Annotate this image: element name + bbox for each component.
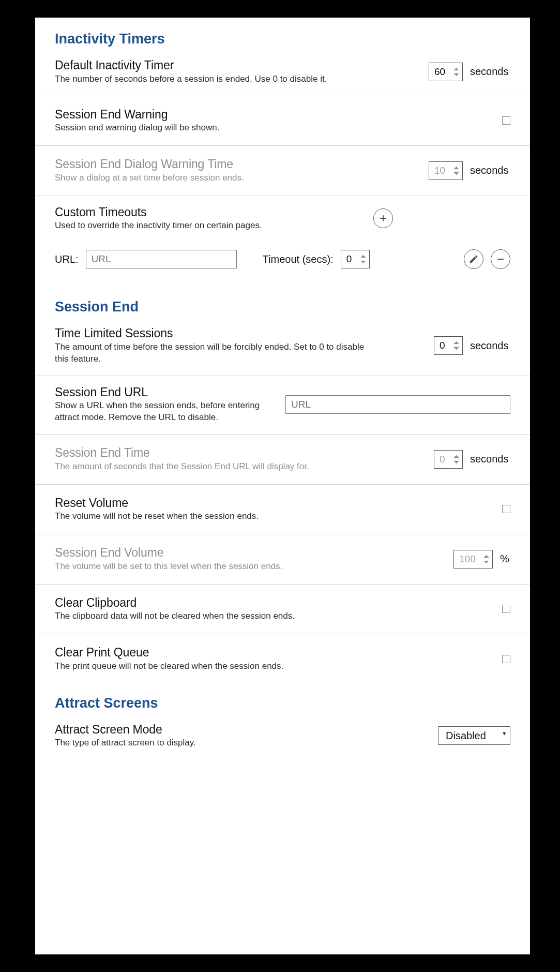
select-attract-screen-mode[interactable]: Disabled bbox=[438, 726, 510, 745]
row-dialog-warning-time: Session End Dialog Warning Time Show a d… bbox=[35, 146, 530, 196]
desc-dialog-warning-time: Show a dialog at a set time before sessi… bbox=[55, 172, 365, 184]
desc-clear-print-queue: The print queue will not be cleared when… bbox=[55, 661, 386, 672]
edit-custom-timeout-button[interactable] bbox=[464, 249, 483, 269]
desc-session-end-time: The amount of seconds that the Session E… bbox=[55, 461, 386, 473]
unit-seconds: seconds bbox=[470, 340, 510, 352]
row-session-end-url: Session End URL Show a URL when the sess… bbox=[35, 376, 530, 435]
add-custom-timeout-button[interactable]: + bbox=[373, 208, 393, 228]
settings-panel: Inactivity Timers Default Inactivity Tim… bbox=[35, 18, 530, 954]
input-custom-url[interactable] bbox=[86, 250, 237, 268]
input-session-end-volume bbox=[453, 550, 493, 569]
pencil-icon bbox=[468, 254, 479, 264]
unit-percent: % bbox=[500, 553, 510, 565]
label-custom-timeouts: Custom Timeouts bbox=[55, 205, 365, 220]
desc-default-inactivity-timer: The number of seconds before a session i… bbox=[55, 73, 365, 85]
input-dialog-warning-time bbox=[429, 161, 463, 180]
row-clear-clipboard: Clear Clipboard The clipboard data will … bbox=[35, 585, 530, 635]
input-time-limited-sessions[interactable] bbox=[434, 336, 463, 355]
label-session-end-url: Session End URL bbox=[55, 385, 277, 400]
desc-reset-volume: The volume will not be reset when the se… bbox=[55, 511, 365, 522]
row-default-inactivity-timer: Default Inactivity Timer The number of s… bbox=[35, 49, 530, 96]
desc-session-end-volume: The volume will be set to this level whe… bbox=[55, 561, 386, 573]
label-attract-screen-mode: Attract Screen Mode bbox=[55, 723, 365, 737]
select-value: Disabled bbox=[446, 730, 486, 742]
label-default-inactivity-timer: Default Inactivity Timer bbox=[55, 58, 365, 73]
label-url: URL: bbox=[55, 253, 79, 265]
row-session-end-warning: Session End Warning Session end warning … bbox=[35, 96, 530, 146]
section-title-attract-screens: Attract Screens bbox=[35, 684, 530, 713]
desc-session-end-warning: Session end warning dialog will be shown… bbox=[55, 122, 365, 134]
section-title-inactivity: Inactivity Timers bbox=[35, 31, 530, 49]
label-clear-clipboard: Clear Clipboard bbox=[55, 596, 386, 610]
minus-icon: − bbox=[497, 253, 504, 265]
label-session-end-time: Session End Time bbox=[55, 446, 386, 460]
checkbox-session-end-warning[interactable] bbox=[502, 116, 510, 125]
checkbox-reset-volume[interactable] bbox=[502, 505, 510, 513]
desc-session-end-url: Show a URL when the session ends, before… bbox=[55, 400, 277, 424]
input-session-end-url[interactable] bbox=[285, 395, 510, 414]
input-custom-timeout[interactable] bbox=[341, 250, 370, 268]
row-attract-screen-mode: Attract Screen Mode The type of attract … bbox=[35, 713, 530, 754]
plus-icon: + bbox=[380, 212, 387, 225]
section-title-session-end: Session End bbox=[35, 288, 530, 317]
row-time-limited-sessions: Time Limited Sessions The amount of time… bbox=[35, 317, 530, 376]
label-session-end-volume: Session End Volume bbox=[55, 546, 386, 560]
input-default-inactivity-timer[interactable] bbox=[429, 63, 463, 81]
label-session-end-warning: Session End Warning bbox=[55, 108, 365, 122]
desc-custom-timeouts: Used to override the inactivity timer on… bbox=[55, 220, 365, 232]
desc-clear-clipboard: The clipboard data will not be cleared w… bbox=[55, 610, 386, 622]
row-clear-print-queue: Clear Print Queue The print queue will n… bbox=[35, 634, 530, 684]
row-custom-timeouts: Custom Timeouts Used to override the ina… bbox=[35, 196, 530, 235]
row-session-end-time: Session End Time The amount of seconds t… bbox=[35, 435, 530, 485]
label-dialog-warning-time: Session End Dialog Warning Time bbox=[55, 157, 365, 172]
label-reset-volume: Reset Volume bbox=[55, 496, 365, 511]
label-time-limited-sessions: Time Limited Sessions bbox=[55, 326, 365, 341]
desc-attract-screen-mode: The type of attract screen to display. bbox=[55, 737, 365, 749]
remove-custom-timeout-button[interactable]: − bbox=[491, 249, 510, 269]
unit-seconds: seconds bbox=[470, 453, 510, 465]
row-session-end-volume: Session End Volume The volume will be se… bbox=[35, 534, 530, 585]
input-session-end-time bbox=[434, 450, 463, 469]
checkbox-clear-print-queue[interactable] bbox=[502, 655, 510, 663]
unit-seconds: seconds bbox=[470, 165, 510, 176]
unit-seconds: seconds bbox=[470, 66, 510, 78]
desc-time-limited-sessions: The amount of time before the session wi… bbox=[55, 341, 365, 365]
label-clear-print-queue: Clear Print Queue bbox=[55, 646, 386, 660]
custom-timeout-entry: URL: Timeout (secs): − bbox=[35, 235, 530, 288]
label-timeout-secs: Timeout (secs): bbox=[263, 253, 334, 265]
row-reset-volume: Reset Volume The volume will not be rese… bbox=[35, 485, 530, 535]
checkbox-clear-clipboard[interactable] bbox=[502, 605, 510, 613]
